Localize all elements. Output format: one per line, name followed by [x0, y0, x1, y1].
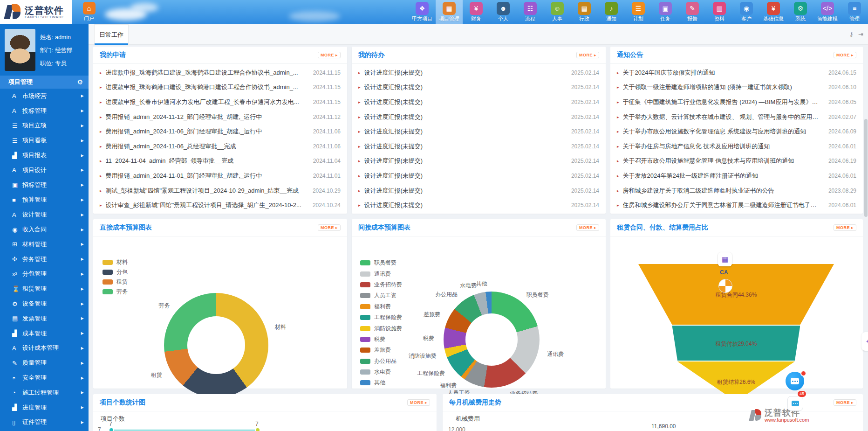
sidebar-item-劳务管理[interactable]: ✣劳务管理▶: [0, 252, 89, 267]
more-button[interactable]: MORE ▸: [576, 52, 599, 58]
tab-daily-work[interactable]: 日常工作: [94, 24, 129, 45]
todo-list-item[interactable]: ▸设计进度汇报(未提交)2025.02.14: [358, 95, 599, 110]
nav-item-智能建模[interactable]: </>智能建模: [814, 0, 841, 24]
legend-item[interactable]: 水电费: [360, 367, 402, 377]
more-button[interactable]: MORE ▸: [834, 224, 856, 231]
more-button[interactable]: MORE ▸: [318, 52, 341, 58]
todo-list-item[interactable]: ▸设计进度汇报(未提交)2025.02.14: [358, 65, 599, 80]
sidebar-item-成本管理[interactable]: ▟成本管理▶: [0, 326, 89, 341]
nav-item-行政[interactable]: ▤行政: [571, 0, 598, 24]
nav-item-人事[interactable]: ☺人事: [544, 0, 571, 24]
request-list-item[interactable]: ▸费用报销_admin_2024-11-06_部门经理审批_胡建,_运行中202…: [100, 124, 341, 139]
sidebar-item-项目立项[interactable]: ☰项目立项▶: [0, 118, 89, 133]
nav-item-客户[interactable]: ◉客户: [733, 0, 760, 24]
nav-item-任务[interactable]: ▣任务: [652, 0, 679, 24]
browser-compass-icon[interactable]: [718, 279, 732, 293]
request-list-item[interactable]: ▸费用报销_admin_2024-11-12_部门经理审批_胡建,_运行中202…: [100, 110, 341, 125]
nav-item-通知[interactable]: ♪通知: [598, 0, 625, 24]
notice-list-item[interactable]: ▸关于召开市政公用设施智慧化管理 信息技术与应用培训班的通知2024.06.19: [617, 154, 856, 169]
todo-list-item[interactable]: ▸设计进度汇报(未提交)2025.02.14: [358, 154, 599, 169]
notice-list-item[interactable]: ▸于征集《中国建筑施工行业信息化发展报告 (2024) —BIM应用与发展》材料…: [617, 95, 856, 110]
request-list-item[interactable]: ▸进度款申报_长春市伊通河水力发电厂改建工程_长春市伊通河水力发电...2024…: [100, 95, 341, 110]
notice-list-item[interactable]: ▸关于举办大数据、云计算技术在城市建设、 规划、管理与服务中的应用培训班...2…: [617, 110, 856, 125]
sidebar-item-发票管理[interactable]: ▤发票管理▶: [0, 311, 89, 326]
request-list-item[interactable]: ▸进度款申报_珠海鹤港口建设_珠海鹤港口建设工程合作协议书_admin_...2…: [100, 80, 341, 95]
todo-list-item[interactable]: ▸设计进度汇报(未提交)2025.02.14: [358, 80, 599, 95]
sidebar-item-施工过程管理[interactable]: ◔施工过程管理▶: [0, 385, 89, 400]
nav-item-基础信息[interactable]: ¥基础信息: [760, 0, 787, 24]
sidebar-item-收入合同[interactable]: ◉收入合同▶: [0, 222, 89, 237]
notice-list-item[interactable]: ▸关于举办市政公用设施数字化管理信息 系统建设与应用培训班的通知2024.06.…: [617, 124, 856, 139]
legend-item[interactable]: 税费: [360, 334, 402, 345]
user-avatar[interactable]: [5, 29, 35, 71]
nav-item-报告[interactable]: ✎报告: [679, 0, 706, 24]
sidebar-item-安全管理[interactable]: ◓安全管理▶: [0, 370, 89, 385]
data-point[interactable]: [109, 427, 114, 431]
legend-item[interactable]: 通讯费: [360, 268, 402, 279]
nav-item-个人[interactable]: ☻个人: [490, 0, 517, 24]
todo-list-item[interactable]: ▸设计进度汇报(未提交)2025.02.14: [358, 198, 599, 213]
sidebar-item-预算管理[interactable]: ■预算管理▶: [0, 193, 89, 208]
legend-item[interactable]: 其他: [360, 377, 402, 388]
todo-list-item[interactable]: ▸设计进度汇报(未提交)2025.02.14: [358, 110, 599, 125]
sidebar-item-招标管理[interactable]: ▣招标管理▶: [0, 178, 89, 193]
gear-icon[interactable]: ⚙: [77, 78, 83, 86]
request-list-item[interactable]: ▸费用报销_admin_2024-11-06_总经理审批__完成2024.11.…: [100, 139, 341, 154]
legend-item[interactable]: 业务招待费: [360, 279, 402, 290]
data-point[interactable]: [255, 427, 260, 431]
legend-item[interactable]: 办公用品: [360, 356, 402, 367]
portal-button[interactable]: ⌂ 门户: [78, 2, 100, 22]
todo-list-item[interactable]: ▸设计进度汇报(未提交)2025.02.14: [358, 168, 599, 183]
notice-list-item[interactable]: ▸关于2024年国庆节放假安排的通知2024.06.15: [617, 65, 856, 80]
more-button[interactable]: MORE ▸: [318, 224, 341, 231]
notice-list-item[interactable]: ▸关于发放2024年第24批一级建造师注册证书的通知2024.06.01: [617, 168, 856, 183]
sidebar-item-项目设计[interactable]: A项目设计▶: [0, 163, 89, 178]
nav-item-系统[interactable]: ⚙系统: [787, 0, 814, 24]
sidebar-item-投标管理[interactable]: A投标管理▶: [0, 104, 89, 118]
notice-list-item[interactable]: ▸关于举办住房与房地产信息化 技术及应用培训班的通知2024.06.01: [617, 139, 856, 154]
sidebar-item-设备管理[interactable]: ⚙设备管理▶: [0, 296, 89, 311]
sidebar-item-设计管理[interactable]: A设计管理▶: [0, 207, 89, 222]
request-list-item[interactable]: ▸测试_彭祖新城"四馆"景观工程设计项目_2024-10-29_admin_结束…: [100, 183, 341, 198]
more-button[interactable]: MORE ▸: [407, 399, 430, 406]
legend-item[interactable]: 人员工资: [360, 290, 402, 301]
nav-item-项目管理[interactable]: ▦项目管理: [436, 0, 463, 24]
message-button[interactable]: [787, 396, 803, 411]
legend-item[interactable]: 福利费: [360, 301, 402, 312]
sidebar-section-header[interactable]: 项目管理 ⚙: [0, 76, 89, 89]
sidebar-item-质量管理[interactable]: ✎质量管理▶: [0, 355, 89, 370]
legend-item[interactable]: 材料: [103, 257, 128, 267]
sidebar-item-证件管理[interactable]: ▯证件管理▶: [0, 415, 89, 430]
legend-item[interactable]: 租赁: [103, 277, 128, 287]
legend-item[interactable]: 职员餐费: [360, 257, 402, 268]
notice-list-item[interactable]: ▸房和城乡建设厅关于取消二级建造师临时执业证书的公告2023.08.29: [617, 183, 856, 198]
legend-item[interactable]: 差旅费: [360, 345, 402, 355]
nav-item-管理[interactable]: ≡管理: [841, 0, 868, 24]
sidebar-item-项目报表[interactable]: ▟项目报表▶: [0, 148, 89, 163]
request-list-item[interactable]: ▸11_2024-11-04_admin_经营部_领导审批__完成2024.11…: [100, 154, 341, 169]
nav-item-财务[interactable]: ¥财务: [463, 0, 490, 24]
sidebar-item-进度管理[interactable]: ▟进度管理▶: [0, 400, 89, 415]
request-list-item[interactable]: ▸设计审查_彭祖新城"四馆"景观工程设计项目_请选择_胡广生_2024-10-2…: [100, 198, 341, 213]
legend-item[interactable]: 工程保险费: [360, 312, 402, 323]
sidebar-item-市场经营[interactable]: A市场经营▶: [0, 89, 89, 104]
todo-list-item[interactable]: ▸设计进度汇报(未提交)2025.02.14: [358, 183, 599, 198]
sidebar-item-租赁管理[interactable]: ⌛租赁管理▶: [0, 281, 89, 296]
notice-list-item[interactable]: ▸住房和城乡建设部办公厅关于同意吉林省开展二级建造师注册证书电子化试点...20…: [617, 198, 856, 213]
notice-list-item[interactable]: ▸关于领取一级注册建造师增项贴的通知 (须持一建证书前来领取)2024.06.1…: [617, 80, 856, 95]
sidebar-item-设计成本管理[interactable]: A设计成本管理▶: [0, 341, 89, 356]
vertical-scrollbar[interactable]: [864, 119, 868, 217]
nav-item-资料[interactable]: ▥资料: [706, 0, 733, 24]
more-button[interactable]: MORE ▸: [834, 399, 856, 406]
sidebar-item-分包管理[interactable]: x²分包管理▶: [0, 267, 89, 282]
more-button[interactable]: MORE ▸: [834, 52, 856, 58]
nav-item-流程[interactable]: ☷流程: [517, 0, 544, 24]
todo-list-item[interactable]: ▸设计进度汇报(未提交)2025.02.14: [358, 124, 599, 139]
legend-item[interactable]: 分包: [103, 267, 128, 277]
legend-item[interactable]: 劳务: [103, 287, 128, 297]
sidebar-item-项目看板[interactable]: ☰项目看板▶: [0, 133, 89, 148]
edge-hidden-button[interactable]: ✦: [861, 332, 868, 351]
collapse-icon[interactable]: ⇥: [858, 31, 863, 38]
nav-item-计划[interactable]: ☰计划: [625, 0, 652, 24]
nav-item-甲方项目[interactable]: ❖甲方项目: [409, 0, 436, 24]
